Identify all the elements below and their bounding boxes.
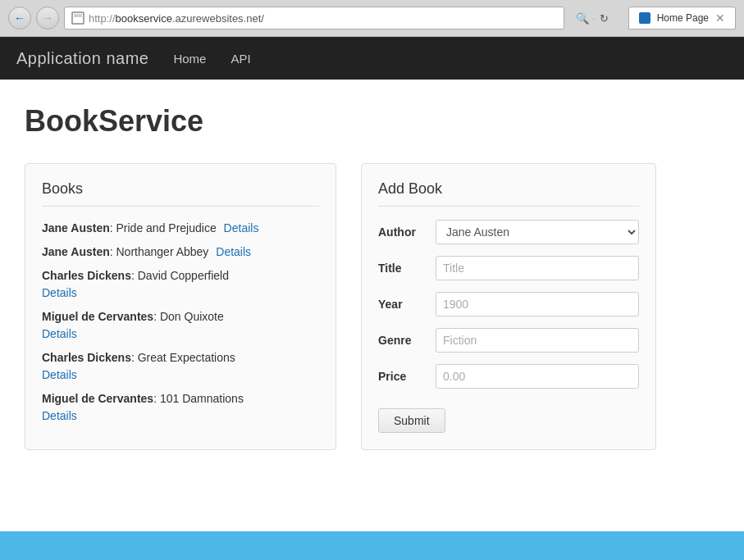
navbar-brand: Application name xyxy=(16,49,148,68)
refresh-separator: - xyxy=(592,12,596,25)
address-bar[interactable]: http://bookservice.azurewebsites.net/ xyxy=(64,7,564,30)
title-input[interactable] xyxy=(436,256,639,280)
details-link[interactable]: Details xyxy=(216,245,251,258)
details-link[interactable]: Details xyxy=(224,221,259,234)
book-author: Jane Austen xyxy=(42,245,110,258)
page-content: BookService Books Jane Austen: Pride and… xyxy=(0,80,744,531)
price-row: Price xyxy=(378,364,639,389)
genre-label: Genre xyxy=(378,334,436,347)
year-row: Year xyxy=(378,292,639,316)
add-book-panel-title: Add Book xyxy=(378,180,639,207)
list-item: Jane Austen: Northanger Abbey Details xyxy=(42,244,319,261)
year-label: Year xyxy=(378,298,436,311)
list-item: Charles Dickens: David Copperfield Detai… xyxy=(42,267,319,302)
navbar-link-home[interactable]: Home xyxy=(173,52,206,66)
list-item: Miguel de Cervantes: 101 Damnations Deta… xyxy=(42,390,319,425)
title-label: Title xyxy=(378,262,436,275)
url-domain: bookservice xyxy=(116,12,172,25)
tab-area: Home Page ✕ xyxy=(628,7,736,30)
list-item: Jane Austen: Pride and Prejudice Details xyxy=(42,220,319,237)
list-item: Miguel de Cervantes: Don Quixote Details xyxy=(42,308,319,343)
tab-icon xyxy=(639,12,650,24)
year-input[interactable] xyxy=(436,292,639,316)
browser-chrome: ← → http://bookservice.azurewebsites.net… xyxy=(0,0,744,37)
page-title: BookService xyxy=(25,104,719,139)
panels: Books Jane Austen: Pride and Prejudice D… xyxy=(25,163,719,450)
back-button[interactable]: ← xyxy=(8,7,31,30)
submit-button[interactable]: Submit xyxy=(378,408,445,433)
refresh-icon[interactable]: ↻ xyxy=(600,12,609,25)
author-row: Author Jane Austen Charles Dickens Migue… xyxy=(378,220,639,244)
search-refresh-area: 🔍 - ↻ xyxy=(569,12,614,25)
genre-row: Genre xyxy=(378,328,639,353)
books-panel-title: Books xyxy=(42,180,319,207)
tab-title: Home Page xyxy=(657,12,709,24)
navbar-link-api[interactable]: API xyxy=(231,52,250,66)
price-label: Price xyxy=(378,370,436,383)
url-text: http://bookservice.azurewebsites.net/ xyxy=(89,12,264,25)
forward-button[interactable]: → xyxy=(36,7,59,30)
title-row: Title xyxy=(378,256,639,280)
price-input[interactable] xyxy=(436,364,639,389)
add-book-panel: Add Book Author Jane Austen Charles Dick… xyxy=(361,163,656,450)
details-link[interactable]: Details xyxy=(42,407,319,425)
author-label: Author xyxy=(378,225,436,239)
details-link[interactable]: Details xyxy=(42,326,319,343)
tab-home[interactable]: Home Page ✕ xyxy=(628,7,736,30)
search-icon[interactable]: 🔍 xyxy=(576,12,589,25)
url-rest: .azurewebsites.net/ xyxy=(172,12,264,25)
book-author: Miguel de Cervantes xyxy=(42,392,153,405)
book-author: Charles Dickens xyxy=(42,351,131,364)
book-author: Charles Dickens xyxy=(42,269,131,282)
books-panel: Books Jane Austen: Pride and Prejudice D… xyxy=(25,163,336,450)
svg-rect-1 xyxy=(74,14,82,17)
author-select[interactable]: Jane Austen Charles Dickens Miguel de Ce… xyxy=(436,220,639,244)
genre-input[interactable] xyxy=(436,328,639,353)
book-author: Miguel de Cervantes xyxy=(42,310,153,323)
details-link[interactable]: Details xyxy=(42,367,319,384)
list-item: Charles Dickens: Great Expectations Deta… xyxy=(42,349,319,384)
url-protocol: http:// xyxy=(89,12,116,25)
tab-close-button[interactable]: ✕ xyxy=(715,11,725,25)
navbar: Application name Home API xyxy=(0,37,744,80)
details-link[interactable]: Details xyxy=(42,285,319,302)
book-author: Jane Austen xyxy=(42,221,110,234)
